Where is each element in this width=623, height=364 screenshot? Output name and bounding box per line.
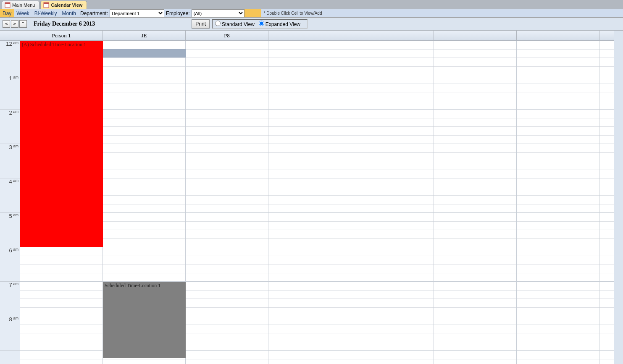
time-slot[interactable] <box>20 136 614 144</box>
time-slot[interactable] <box>20 58 614 67</box>
time-label: 3 am <box>0 144 20 178</box>
time-slot[interactable] <box>20 247 614 256</box>
column-header[interactable]: Person 1 <box>20 31 103 40</box>
time-label: 7 am <box>0 282 20 316</box>
calendar-container: 12 am1 am2 am3 am4 am5 am6 am7 am8 am Pe… <box>0 30 623 364</box>
ghost-selection-bar[interactable] <box>103 49 186 58</box>
time-label: 6 am <box>0 247 20 282</box>
calendar-grid: Person 1JEP8 (A) Scheduled Time-Location… <box>20 31 614 364</box>
time-slot[interactable] <box>20 196 614 204</box>
time-slot[interactable] <box>20 67 614 76</box>
time-slot[interactable] <box>20 213 614 222</box>
time-slot[interactable] <box>20 273 614 282</box>
form-icon <box>5 2 11 8</box>
time-label: 1 am <box>0 75 20 110</box>
up-button[interactable]: ^ <box>19 20 27 28</box>
date-nav-bar: < > ^ Friday December 6 2013 Print Stand… <box>0 18 623 30</box>
time-slot[interactable] <box>20 118 614 127</box>
toolbar: Day Week Bi-Weekly Month Department: Dep… <box>0 9 623 18</box>
employee-label: Employee: <box>164 9 192 17</box>
tab-main-menu[interactable]: Main Menu <box>2 1 39 9</box>
time-slot[interactable] <box>20 222 614 230</box>
svg-rect-1 <box>5 3 10 4</box>
employee-select[interactable]: (All) <box>192 9 244 17</box>
time-column: 12 am1 am2 am3 am4 am5 am6 am7 am8 am <box>0 31 20 364</box>
view-month-button[interactable]: Month <box>60 9 79 17</box>
department-select[interactable]: Department 1 <box>110 9 164 17</box>
time-label: 12 am <box>0 41 20 75</box>
time-slot[interactable] <box>20 359 614 364</box>
expanded-view-radio[interactable]: Expanded View <box>259 21 300 27</box>
column-headers: Person 1JEP8 <box>20 31 614 41</box>
print-button[interactable]: Print <box>192 19 210 29</box>
time-label: 2 am <box>0 110 20 144</box>
standard-view-radio[interactable]: Standard View <box>215 21 255 27</box>
tab-main-label: Main Menu <box>12 3 35 8</box>
view-week-button[interactable]: Week <box>14 9 32 17</box>
svg-rect-3 <box>44 3 49 4</box>
date-title: Friday December 6 2013 <box>34 21 95 27</box>
column-header[interactable]: P8 <box>186 31 268 40</box>
time-slot[interactable] <box>20 170 614 179</box>
time-slot[interactable] <box>20 239 614 248</box>
time-slot[interactable] <box>20 92 614 101</box>
view-biweekly-button[interactable]: Bi-Weekly <box>32 9 60 17</box>
tab-calendar-view[interactable]: Calendar View <box>40 1 87 9</box>
time-slot[interactable] <box>20 127 614 136</box>
time-slot[interactable] <box>20 153 614 162</box>
time-slot[interactable] <box>20 230 614 239</box>
toolbar-spacer <box>324 9 623 17</box>
department-label: Department: <box>79 9 110 17</box>
prev-button[interactable]: < <box>3 20 10 28</box>
column-header[interactable] <box>268 31 351 40</box>
event-scheduled-time-b[interactable]: Scheduled Time-Location 1 <box>103 282 186 358</box>
form-icon <box>43 2 49 8</box>
right-gutter <box>614 31 623 364</box>
time-slot[interactable] <box>20 41 614 50</box>
time-slot[interactable] <box>20 144 614 153</box>
time-slot[interactable] <box>20 256 614 265</box>
time-slot[interactable] <box>20 161 614 170</box>
time-slot[interactable] <box>20 178 614 187</box>
time-label: 5 am <box>0 213 20 247</box>
view-day-button[interactable]: Day <box>0 9 14 17</box>
toolbar-hint: * Double Click Cell to View/Add <box>261 9 325 17</box>
column-header[interactable] <box>351 31 434 40</box>
time-slot[interactable] <box>20 110 614 118</box>
time-slot[interactable] <box>20 84 614 93</box>
event-scheduled-time-a[interactable]: (A) Scheduled Time-Location 1 <box>20 41 103 247</box>
column-header[interactable] <box>434 31 517 40</box>
column-header[interactable] <box>517 31 599 40</box>
time-label: 8 am <box>0 316 20 351</box>
time-slot[interactable] <box>20 75 614 84</box>
column-header[interactable]: JE <box>103 31 186 40</box>
time-slot[interactable] <box>20 264 614 273</box>
time-slot[interactable] <box>20 101 614 110</box>
view-radio-group: Standard View Expanded View <box>212 19 308 29</box>
tab-calendar-label: Calendar View <box>51 3 82 8</box>
time-slot[interactable] <box>20 187 614 196</box>
time-label: 4 am <box>0 178 20 213</box>
time-slot[interactable] <box>20 204 614 213</box>
next-button[interactable]: > <box>11 20 18 28</box>
time-header-blank <box>0 31 20 41</box>
grid-body[interactable]: (A) Scheduled Time-Location 1 Scheduled … <box>20 41 614 364</box>
window-tab-bar: Main Menu Calendar View <box>0 0 623 9</box>
